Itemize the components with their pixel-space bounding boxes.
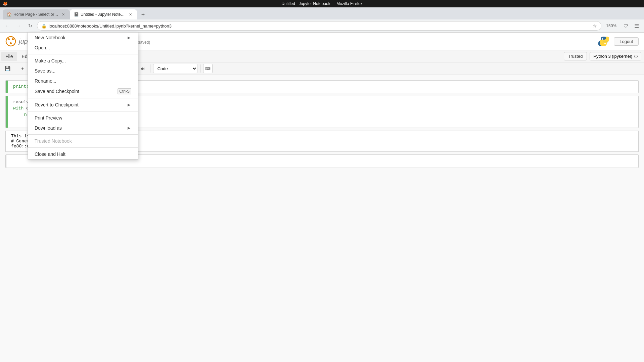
- menu-open[interactable]: Open...: [28, 43, 138, 53]
- sep-2: [28, 98, 138, 98]
- tab-jupyter-close[interactable]: ✕: [128, 12, 133, 17]
- titlebar: 🦊 Untitled - Jupyter Notebook — Mozilla …: [0, 0, 644, 7]
- cell-type-select[interactable]: Code Markdown Raw NBConvert Heading: [153, 64, 197, 73]
- shield-icon[interactable]: 🛡: [621, 21, 631, 31]
- svg-point-1: [8, 38, 10, 40]
- menu-make-copy[interactable]: Make a Copy...: [28, 56, 138, 66]
- tab-jupyter[interactable]: 📓 Untitled - Jupyter Notebo... ✕: [70, 9, 137, 19]
- browser-menu-button[interactable]: ☰: [632, 21, 641, 31]
- toolbar-sep-1: [15, 64, 15, 73]
- sep-1: [28, 54, 138, 54]
- keyboard-shortcuts-button[interactable]: ⌨: [203, 64, 213, 73]
- toolbar-sep-6: [200, 64, 200, 73]
- restart-run-button[interactable]: ⏭: [138, 64, 147, 73]
- titlebar-left: 🦊: [3, 1, 8, 6]
- logout-button[interactable]: Logout: [614, 37, 639, 46]
- save-checkpoint-shortcut: Ctrl-S: [118, 88, 131, 94]
- sep-4: [28, 134, 138, 135]
- sep-3: [28, 111, 138, 111]
- svg-point-4: [602, 38, 603, 40]
- zoom-level: 150%: [606, 24, 616, 28]
- tabs-bar: 🏠 Home Page - Select or cr... ✕ 📓 Untitl…: [0, 7, 644, 19]
- forward-button[interactable]: →: [14, 21, 24, 31]
- new-tab-button[interactable]: +: [138, 10, 148, 19]
- jupyter-logo-svg: [5, 36, 16, 47]
- file-dropdown-menu: New Notebook ► Open... Make a Copy... Sa…: [28, 32, 138, 160]
- svg-point-0: [6, 37, 15, 46]
- save-as-label: Save as...: [35, 68, 55, 74]
- trusted-button[interactable]: Trusted: [564, 52, 587, 60]
- add-cell-button[interactable]: +: [18, 64, 27, 73]
- svg-point-2: [12, 38, 14, 40]
- menu-new-notebook[interactable]: New Notebook ►: [28, 33, 138, 43]
- open-label: Open...: [35, 45, 50, 50]
- refresh-button[interactable]: ↻: [26, 21, 35, 31]
- tab-home-favicon: 🏠: [7, 12, 11, 17]
- browser-extensions: 🛡 ☰: [621, 21, 641, 31]
- menu-save-checkpoint[interactable]: Save and Checkpoint Ctrl-S: [28, 86, 138, 97]
- secure-icon: 🔒: [41, 24, 47, 29]
- print-preview-label: Print Preview: [35, 115, 62, 121]
- address-bar[interactable]: 🔒 localhost:8888/notebooks/Untitled.ipyn…: [37, 21, 601, 31]
- sep-5: [28, 147, 138, 148]
- menu-close-halt[interactable]: Close and Halt: [28, 149, 138, 159]
- trusted-notebook-label: Trusted Notebook: [35, 138, 72, 144]
- toolbar-sep-5: [150, 64, 150, 73]
- firefox-icon: 🦊: [3, 1, 8, 6]
- menu-print-preview[interactable]: Print Preview: [28, 113, 138, 123]
- kernel-indicator: Python 3 (ipykernel): [590, 52, 641, 60]
- close-halt-label: Close and Halt: [35, 151, 65, 157]
- kernel-name: Python 3 (ipykernel): [593, 54, 632, 59]
- svg-point-3: [10, 42, 12, 44]
- jupyter-header-right: Logout: [598, 35, 639, 47]
- download-as-label: Download as: [35, 125, 62, 131]
- browser-chrome: 🏠 Home Page - Select or cr... ✕ 📓 Untitl…: [0, 7, 644, 33]
- menu-rename[interactable]: Rename...: [28, 76, 138, 86]
- menu-trusted-notebook: Trusted Notebook: [28, 136, 138, 146]
- menu-file[interactable]: File: [1, 52, 17, 61]
- download-as-arrow: ►: [127, 125, 131, 131]
- tab-home-close[interactable]: ✕: [60, 12, 66, 17]
- url-text: localhost:8888/notebooks/Untitled.ipynb?…: [49, 24, 591, 29]
- menubar-right: Trusted Python 3 (ipykernel): [564, 52, 641, 60]
- save-checkpoint-label: Save and Checkpoint: [35, 89, 79, 94]
- back-button[interactable]: ←: [3, 21, 12, 31]
- window-title: Untitled - Jupyter Notebook — Mozilla Fi…: [281, 1, 362, 6]
- new-notebook-arrow: ►: [127, 35, 131, 40]
- kernel-status-circle: [634, 55, 638, 58]
- menu-download-as[interactable]: Download as ►: [28, 123, 138, 133]
- python-icon: [598, 35, 610, 47]
- save-button[interactable]: 💾: [3, 64, 12, 73]
- tab-home-title: Home Page - Select or cr...: [13, 12, 58, 17]
- revert-checkpoint-arrow: ►: [127, 102, 131, 107]
- tab-jupyter-title: Untitled - Jupyter Notebo...: [81, 12, 126, 17]
- menu-save-as[interactable]: Save as...: [28, 66, 138, 76]
- address-bar-row: ← → ↻ 🔒 localhost:8888/notebooks/Untitle…: [0, 19, 644, 32]
- svg-point-5: [604, 43, 606, 44]
- menu-revert-checkpoint[interactable]: Revert to Checkpoint ►: [28, 100, 138, 110]
- revert-checkpoint-label: Revert to Checkpoint: [35, 102, 79, 107]
- make-copy-label: Make a Copy...: [35, 58, 66, 63]
- new-notebook-label: New Notebook: [35, 35, 65, 40]
- tab-home[interactable]: 🏠 Home Page - Select or cr... ✕: [3, 9, 70, 19]
- rename-label: Rename...: [35, 78, 56, 84]
- tab-jupyter-favicon: 📓: [74, 12, 79, 17]
- bookmark-star[interactable]: ☆: [593, 23, 597, 29]
